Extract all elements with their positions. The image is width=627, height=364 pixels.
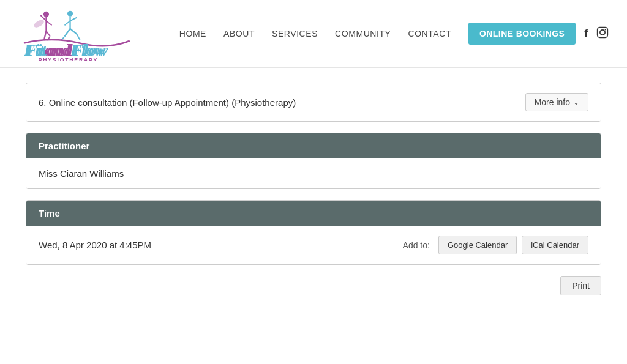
nav-home[interactable]: HOME: [179, 29, 206, 39]
time-header: Time: [26, 201, 601, 226]
appointment-title: 6. Online consultation (Follow-up Appoin…: [39, 97, 296, 108]
practitioner-header: Practitioner: [26, 133, 601, 158]
svg-line-10: [64, 21, 70, 25]
more-info-button[interactable]: More info ⌄: [525, 93, 588, 111]
add-to-label: Add to:: [403, 240, 430, 250]
svg-line-12: [64, 29, 70, 37]
practitioner-name: Miss Ciaran Williams: [26, 158, 601, 188]
print-button[interactable]: Print: [560, 276, 601, 295]
svg-rect-19: [598, 27, 608, 37]
nav-about[interactable]: ABOUT: [223, 29, 255, 39]
svg-line-11: [70, 18, 77, 21]
facebook-icon[interactable]: f: [584, 28, 588, 40]
practitioner-section: Practitioner Miss Ciaran Williams: [26, 133, 601, 189]
appointment-card: 6. Online consultation (Follow-up Appoin…: [26, 83, 601, 122]
google-calendar-button[interactable]: Google Calendar: [438, 236, 517, 254]
logo: FitandFlow FitandFlow PHYSIOTHERAPY: [18, 6, 141, 61]
svg-point-8: [67, 11, 73, 17]
svg-point-7: [32, 18, 45, 29]
appointment-datetime: Wed, 8 Apr 2020 at 4:45PM: [39, 240, 151, 250]
svg-line-3: [46, 21, 51, 25]
svg-point-20: [600, 29, 605, 34]
calendar-buttons: Google Calendar iCal Calendar: [438, 236, 588, 254]
nav-bookings[interactable]: ONLINE BOOKINGS: [468, 23, 576, 45]
svg-line-13: [70, 29, 77, 34]
svg-text:PHYSIOTHERAPY: PHYSIOTHERAPY: [39, 57, 98, 61]
print-area: Print: [26, 276, 601, 295]
time-section: Time Wed, 8 Apr 2020 at 4:45PM Add to: G…: [26, 200, 601, 265]
svg-line-5: [46, 31, 50, 36]
instagram-icon[interactable]: [596, 26, 609, 42]
svg-line-4: [44, 31, 47, 40]
svg-point-21: [605, 29, 606, 30]
social-icons: f: [584, 26, 609, 42]
nav-contact[interactable]: CONTACT: [408, 29, 451, 39]
svg-point-0: [43, 12, 49, 17]
chevron-down-icon: ⌄: [573, 98, 579, 106]
nav-services[interactable]: SERVICES: [272, 29, 318, 39]
nav-community[interactable]: COMMUNITY: [335, 29, 391, 39]
ical-calendar-button[interactable]: iCal Calendar: [522, 236, 588, 254]
svg-line-15: [77, 34, 80, 40]
main-nav: HOME ABOUT SERVICES COMMUNITY CONTACT ON…: [179, 23, 576, 45]
